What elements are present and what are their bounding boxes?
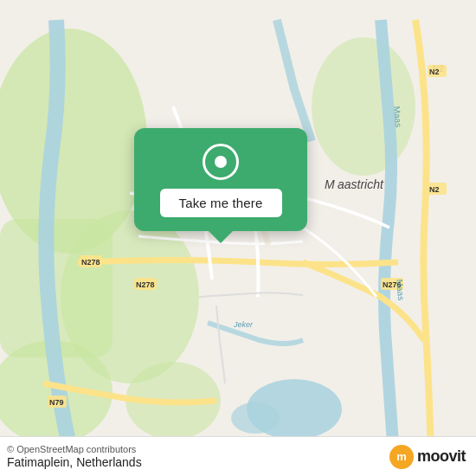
svg-text:Jeker: Jeker: [233, 320, 254, 329]
svg-text:Maas: Maas: [392, 106, 403, 127]
svg-text:N2: N2: [429, 68, 440, 76]
svg-point-8: [231, 402, 280, 434]
map-popup: Take me there: [134, 128, 307, 231]
svg-text:N278: N278: [136, 280, 155, 289]
svg-text:M: M: [325, 177, 335, 191]
svg-text:N79: N79: [49, 398, 64, 407]
osm-attribution: © OpenStreetMap contributors: [7, 444, 142, 454]
location-pin-icon: [203, 144, 239, 180]
moovit-brand-name: moovit: [417, 447, 466, 466]
pin-dot: [215, 156, 227, 168]
svg-text:N2: N2: [429, 185, 440, 194]
svg-text:Maas: Maas: [395, 279, 406, 300]
bottom-bar: © OpenStreetMap contributors Fatimaplein…: [0, 436, 476, 476]
take-me-there-button[interactable]: Take me there: [160, 189, 282, 217]
map-svg: N2 N2 N2 N278 N278 N276 N79 aastricht M …: [0, 0, 476, 476]
moovit-circle: m: [389, 445, 414, 469]
svg-text:N278: N278: [81, 258, 100, 267]
moovit-logo-icon: m moovit: [389, 445, 466, 469]
svg-text:aastricht: aastricht: [338, 177, 384, 191]
location-label: Fatimaplein, Netherlands: [7, 455, 142, 469]
map-container: N2 N2 N2 N278 N278 N276 N79 aastricht M …: [0, 0, 476, 476]
